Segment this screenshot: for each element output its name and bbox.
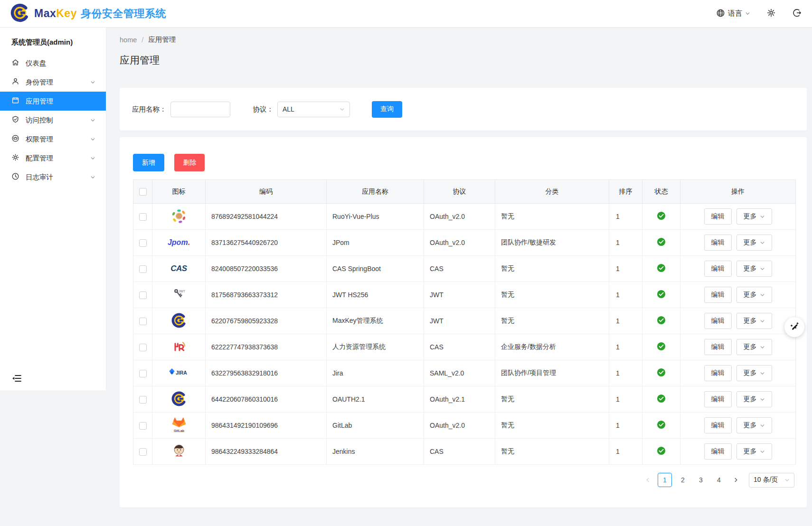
status-enabled-icon xyxy=(657,345,666,352)
edit-button[interactable]: 编辑 xyxy=(704,443,732,460)
edit-button[interactable]: 编辑 xyxy=(704,417,732,433)
more-button[interactable]: 更多 xyxy=(736,391,772,407)
edit-button[interactable]: 编辑 xyxy=(704,391,732,407)
app-protocol: CAS xyxy=(424,334,495,360)
more-button[interactable]: 更多 xyxy=(736,287,772,303)
ruoyi-logo-icon xyxy=(171,208,187,224)
app-code: 632279563832918016 xyxy=(206,360,327,386)
breadcrumb: home / 应用管理 xyxy=(120,35,807,44)
page-number[interactable]: 3 xyxy=(694,473,708,487)
table-row: CAS 824008507220033536 CAS SpringBoot CA… xyxy=(133,256,796,282)
sidebar-item-identity[interactable]: 身份管理 xyxy=(0,73,106,92)
row-checkbox[interactable] xyxy=(139,396,147,404)
jwt-logo-icon: JWT xyxy=(171,287,187,302)
sidebar-item-access[interactable]: 访问控制 xyxy=(0,111,106,130)
row-checkbox[interactable] xyxy=(139,448,147,456)
edit-button[interactable]: 编辑 xyxy=(704,261,732,277)
sidebar-item-label: 权限管理 xyxy=(26,135,53,144)
prev-page-button[interactable] xyxy=(642,472,654,488)
more-button[interactable]: 更多 xyxy=(736,339,772,355)
edit-button[interactable]: 编辑 xyxy=(704,339,732,355)
breadcrumb-home-link[interactable]: home xyxy=(120,36,137,44)
app-name-input[interactable] xyxy=(170,102,230,117)
language-menu-button[interactable]: 语言 xyxy=(716,9,750,19)
sidebar-item-label: 身份管理 xyxy=(26,78,53,87)
dashboard-icon xyxy=(11,58,26,68)
chevron-down-icon xyxy=(745,11,750,16)
delete-button[interactable]: 删除 xyxy=(174,154,205,171)
sidebar-item-apps[interactable]: 应用管理 xyxy=(0,92,106,111)
chevron-down-icon xyxy=(760,449,765,454)
app-protocol: SAML_v2.0 xyxy=(424,360,495,386)
sidebar-item-dashboard[interactable]: 仪表盘 xyxy=(0,54,106,73)
next-page-button[interactable] xyxy=(730,472,742,488)
sidebar-item-config[interactable]: 配置管理 xyxy=(0,149,106,168)
table-row: JWT 817568793663373312 JWT HS256 JWT 暂无 … xyxy=(133,282,796,308)
table-row: 644220607860310016 OAUTH2.1 OAuth_v2.1 暂… xyxy=(133,386,796,413)
edit-button[interactable]: 编辑 xyxy=(704,208,732,225)
page-size-select[interactable]: 10 条/页 xyxy=(749,473,794,488)
column-header: 图标 xyxy=(152,180,206,204)
app-code: 622227747938373638 xyxy=(206,334,327,360)
row-checkbox[interactable] xyxy=(139,213,147,221)
more-button[interactable]: 更多 xyxy=(736,365,772,381)
protocol-select[interactable]: ALL xyxy=(277,102,350,117)
app-name: RuoYi-Vue-Plus xyxy=(327,204,424,230)
svg-text:GitLab: GitLab xyxy=(173,429,184,432)
chevron-down-icon xyxy=(760,240,765,245)
table-row: GitLab 986431492190109696 GitLab OAuth_v… xyxy=(133,413,796,439)
row-checkbox[interactable] xyxy=(139,291,147,299)
row-checkbox[interactable] xyxy=(139,344,147,351)
edit-button[interactable]: 编辑 xyxy=(704,235,732,251)
app-name: Jira xyxy=(327,360,424,386)
row-checkbox[interactable] xyxy=(139,239,147,247)
select-all-checkbox[interactable] xyxy=(139,188,147,196)
sidebar-item-audit[interactable]: 日志审计 xyxy=(0,168,106,187)
app-sort: 1 xyxy=(609,256,642,282)
table-row: 876892492581044224 RuoYi-Vue-Plus OAuth_… xyxy=(133,204,796,230)
row-checkbox[interactable] xyxy=(139,318,147,325)
edit-button[interactable]: 编辑 xyxy=(704,313,732,329)
globe-icon xyxy=(716,9,725,19)
app-code: 837136275440926720 xyxy=(206,230,327,256)
app-sort: 1 xyxy=(609,230,642,256)
edit-button[interactable]: 编辑 xyxy=(704,287,732,303)
main-content: home / 应用管理 应用管理 应用名称： 协议： ALL 查询 新增 删除 xyxy=(106,28,812,526)
app-name: GitLab xyxy=(327,413,424,439)
edit-button[interactable]: 编辑 xyxy=(704,365,732,381)
app-name: JPom xyxy=(327,230,424,256)
more-button[interactable]: 更多 xyxy=(736,208,772,225)
page-number[interactable]: 2 xyxy=(676,473,690,487)
protocol-label: 协议： xyxy=(253,105,274,114)
page-number[interactable]: 4 xyxy=(712,473,726,487)
more-button[interactable]: 更多 xyxy=(736,235,772,251)
app-name: CAS SpringBoot xyxy=(327,256,424,282)
gitlab-logo-icon: GitLab xyxy=(170,417,188,433)
logout-button[interactable] xyxy=(792,8,802,19)
app-protocol: OAuth_v2.0 xyxy=(424,230,495,256)
status-enabled-icon xyxy=(657,214,666,222)
jira-logo-icon: JIRA xyxy=(167,367,191,378)
settings-button[interactable] xyxy=(766,8,776,19)
search-button[interactable]: 查询 xyxy=(372,101,402,118)
more-button[interactable]: 更多 xyxy=(736,261,772,277)
chevron-down-icon xyxy=(90,137,95,142)
row-checkbox[interactable] xyxy=(139,422,147,430)
row-checkbox[interactable] xyxy=(139,265,147,273)
sidebar-collapse-button[interactable] xyxy=(11,374,22,385)
more-button[interactable]: 更多 xyxy=(736,313,772,329)
app-sort: 1 xyxy=(609,204,642,230)
row-checkbox[interactable] xyxy=(139,370,147,377)
theme-helper-button[interactable] xyxy=(784,317,804,337)
status-enabled-icon xyxy=(657,292,666,300)
current-user-label: 系统管理员(admin) xyxy=(0,28,106,54)
page-number[interactable]: 1 xyxy=(658,473,672,487)
more-button[interactable]: 更多 xyxy=(736,443,772,460)
page-items-slot: 1234 xyxy=(658,473,726,487)
sidebar-item-label: 配置管理 xyxy=(26,154,53,163)
chevron-down-icon xyxy=(760,423,765,428)
add-button[interactable]: 新增 xyxy=(133,154,164,171)
apps-icon xyxy=(11,96,26,106)
more-button[interactable]: 更多 xyxy=(736,417,772,433)
sidebar-item-permission[interactable]: 权限管理 xyxy=(0,130,106,149)
